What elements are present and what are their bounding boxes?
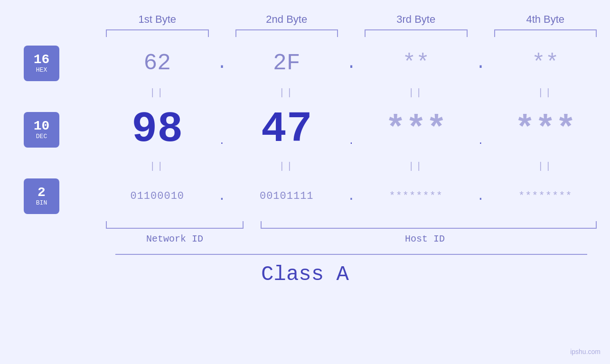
hex-b4: ** [490,50,601,76]
hex-b3: ** [361,50,471,76]
bin-badge-label: BIN [36,199,47,206]
bracket-top-4 [494,29,597,37]
sep1-b4: || [490,87,601,98]
bin-b1: 01100010 [102,190,213,202]
bin-dot1: . [213,189,232,204]
bracket-network [106,221,244,229]
sep1-b1: || [102,87,213,98]
host-id-label: Host ID [249,233,601,244]
bracket-top-3 [365,29,468,37]
hex-dot1: . [213,54,232,73]
dec-b3: *** [361,110,471,149]
dec-dot3: . [471,113,490,146]
bin-badge: 2 BIN [24,178,59,214]
hex-dot3: . [471,54,490,73]
hex-b1: 62 [102,50,213,76]
bin-dot2: . [342,189,361,204]
bin-b4: ******** [490,190,601,202]
hex-b2: 2F [232,50,342,76]
bracket-top-1 [106,29,209,37]
dec-badge-number: 10 [34,120,50,133]
bin-b2: 00101111 [232,190,342,202]
dec-badge-label: DEC [36,133,47,140]
bin-badge-number: 2 [38,186,46,199]
sep2-b1: || [102,161,213,172]
dec-dot2: . [342,113,361,146]
hex-badge: 16 HEX [24,46,59,81]
sep2-b2: || [232,161,342,172]
hex-badge-number: 16 [34,53,50,66]
dec-b2: 47 [232,105,342,154]
byte1-header: 1st Byte [102,13,213,26]
class-bracket [115,254,587,255]
sep2-b3: || [361,161,471,172]
sep1-b2: || [232,87,342,98]
bin-dot3: . [471,189,490,204]
bin-b3: ******** [361,190,471,202]
hex-dot2: . [342,54,361,73]
hex-badge-label: HEX [36,66,47,74]
byte3-header: 3rd Byte [361,13,471,26]
main-layout: 1st Byte 2nd Byte 3rd Byte 4th Byte 16 H… [0,0,610,364]
bracket-top-2 [235,29,338,37]
dec-dot1: . [213,113,232,146]
byte2-header: 2nd Byte [232,13,342,26]
byte4-header: 4th Byte [490,13,601,26]
class-label: Class A [0,262,610,286]
dec-b4: *** [490,110,601,149]
sep2-b4: || [490,161,601,172]
network-id-label: Network ID [102,233,247,244]
dec-badge: 10 DEC [24,112,59,148]
watermark: ipshu.com [570,348,601,355]
dec-b1: 98 [102,105,213,154]
bracket-host [261,221,597,229]
sep1-b3: || [361,87,471,98]
